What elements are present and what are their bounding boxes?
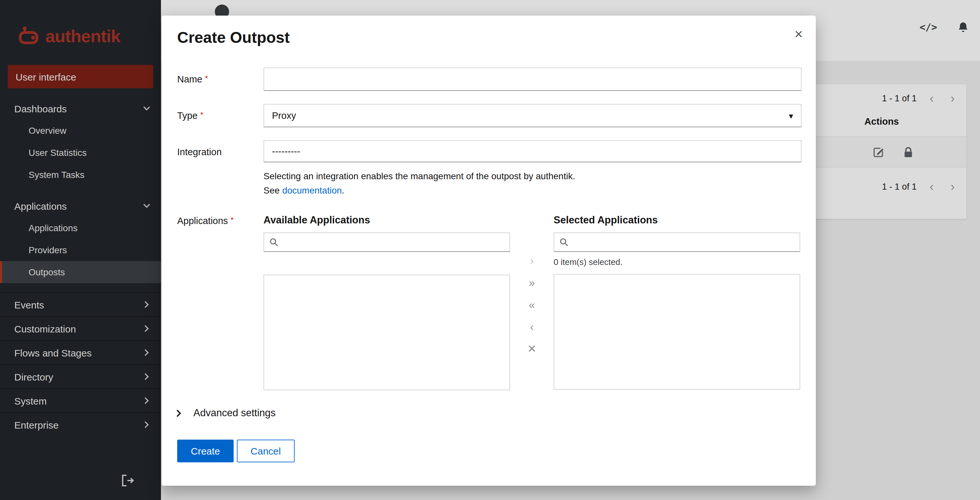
applications-dual-list: Available Applications › » [264, 214, 802, 390]
create-button[interactable]: Create [177, 439, 234, 462]
search-icon [269, 238, 278, 247]
modal-title: Create Outpost [177, 29, 802, 47]
integration-select-value: --------- [272, 146, 300, 156]
dual-list-controls: › » « ‹ ✕ [510, 255, 554, 390]
selected-applications-pane: Selected Applications 0 item(s) selected… [554, 214, 800, 390]
advanced-settings-label: Advanced settings [193, 407, 275, 419]
available-search [264, 232, 510, 252]
advanced-settings-toggle[interactable]: Advanced settings [175, 407, 802, 419]
applications-field-row: Applications* Available Applications [177, 214, 802, 390]
required-marker: * [205, 74, 208, 83]
available-applications-title: Available Applications [264, 214, 510, 226]
search-icon [560, 238, 568, 247]
documentation-link[interactable]: documentation [282, 185, 342, 196]
name-label: Name* [177, 67, 264, 91]
name-input[interactable] [264, 67, 802, 91]
integration-help-text: Selecting an integration enables the man… [264, 169, 802, 197]
remove-all-icon[interactable]: « [529, 299, 535, 312]
selected-search [554, 232, 800, 252]
required-marker: * [200, 110, 203, 119]
integration-field-row: Integration --------- Selecting an integ… [177, 140, 802, 197]
clear-selection-icon[interactable]: ✕ [527, 343, 537, 356]
available-search-input[interactable] [284, 237, 504, 247]
chevron-right-icon [175, 409, 183, 417]
create-outpost-form: Name* Type* Proxy ▾ Integration [177, 67, 802, 462]
type-label: Type* [177, 104, 264, 127]
available-applications-list[interactable] [264, 275, 510, 390]
applications-label: Applications* [177, 214, 264, 390]
remove-selected-icon[interactable]: ‹ [530, 321, 533, 334]
type-select[interactable]: Proxy ▾ [264, 104, 802, 127]
screen: authentik User interface Dashboards Over… [0, 0, 980, 500]
required-marker: * [231, 216, 233, 225]
available-applications-pane: Available Applications [264, 214, 510, 390]
name-field-row: Name* [177, 67, 802, 91]
add-all-icon[interactable]: » [529, 277, 535, 290]
create-outpost-modal: Create Outpost × Name* Type* Proxy ▾ [162, 16, 816, 486]
modal-footer: Create Cancel [177, 439, 802, 462]
caret-down-icon: ▾ [789, 111, 793, 121]
integration-label: Integration [177, 140, 264, 197]
integration-select[interactable]: --------- [264, 140, 802, 162]
cancel-button[interactable]: Cancel [237, 439, 294, 462]
close-icon[interactable]: × [794, 27, 803, 41]
type-select-value: Proxy [272, 110, 296, 121]
selected-search-input[interactable] [574, 237, 794, 247]
selected-applications-title: Selected Applications [554, 214, 800, 226]
selected-applications-list[interactable] [554, 274, 800, 390]
selected-count: 0 item(s) selected. [554, 257, 800, 267]
add-selected-icon[interactable]: › [530, 255, 533, 268]
type-field-row: Type* Proxy ▾ [177, 104, 802, 127]
